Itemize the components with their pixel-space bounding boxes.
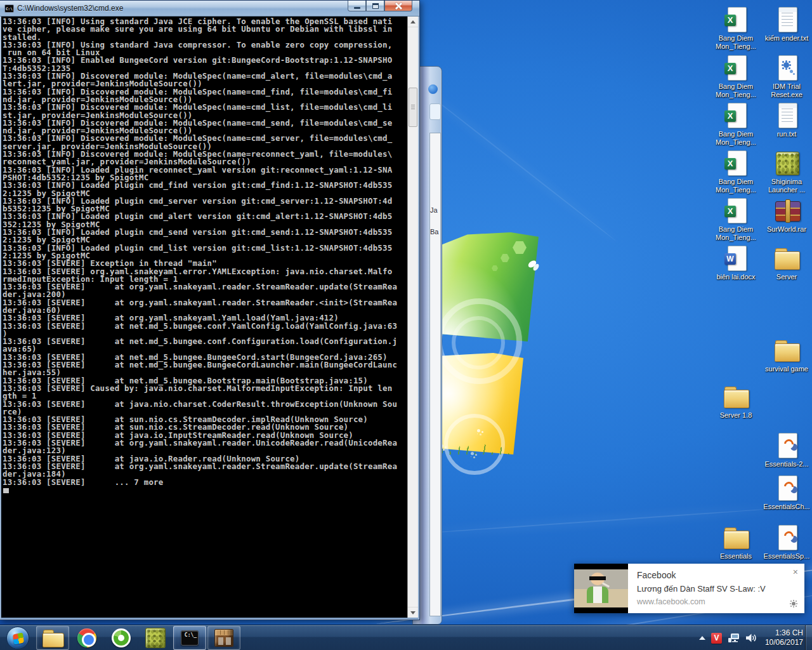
excel-file-icon xyxy=(721,55,750,81)
desktop-icon[interactable]: EssentialsSp... xyxy=(759,524,812,560)
txt-file-icon xyxy=(772,6,801,33)
console-line: ve cipher, please make sure you are usin… xyxy=(3,25,407,33)
cmd-icon: C:\ xyxy=(4,4,14,13)
desktop-icon-label: Bang Diem Mon_Tieng... xyxy=(709,225,763,242)
v-tray-icon[interactable]: V xyxy=(711,633,722,644)
console-line: 13:36:03 [SEVERE] Caused by: java.nio.ch… xyxy=(3,385,407,392)
java-file-icon xyxy=(772,475,801,501)
arrow-up-icon xyxy=(410,20,416,23)
desktop-icon-label: survival game xyxy=(765,365,808,373)
network-tray-icon[interactable] xyxy=(728,633,740,643)
notification-settings-gear-icon[interactable] xyxy=(789,599,798,608)
scrollbar-up-button[interactable] xyxy=(408,17,418,27)
explorer-icon xyxy=(42,629,63,647)
console-output[interactable]: 13:36:03 [INFO] Using standard Java JCE … xyxy=(1,17,407,618)
show-hidden-icons-button[interactable] xyxy=(699,636,705,640)
txt-file-icon xyxy=(772,102,801,129)
notification-close-icon[interactable]: × xyxy=(793,567,798,576)
maximize-icon xyxy=(372,3,379,9)
cmd-window[interactable]: C:\ C:\Windows\system32\cmd.exe 13:36:03… xyxy=(0,0,420,620)
cmd-icon: C:\_ xyxy=(181,630,199,646)
clock-date: 10/06/2017 xyxy=(765,638,803,647)
folder-file-icon xyxy=(721,524,750,551)
arrow-down-icon xyxy=(410,611,416,614)
thumbnail-figure-body xyxy=(587,587,608,603)
desktop-icon-label: EssentialsSp... xyxy=(764,552,810,560)
gear-file-icon xyxy=(772,55,801,81)
console-line: 13:36:03 [SEVERE] at net.md_5.bungee.con… xyxy=(3,322,407,330)
desktop-icon[interactable]: survival game xyxy=(759,337,812,373)
java-file-icon xyxy=(772,524,801,551)
minimize-button[interactable] xyxy=(348,1,366,11)
cmd-taskbar-button[interactable]: C:\_ xyxy=(173,626,206,650)
desktop-icon[interactable]: biên lai.docx xyxy=(708,245,764,281)
desktop-icon-label: kiếm ender.txt xyxy=(765,34,808,43)
folder-file-icon xyxy=(772,337,801,364)
desktop-icon-label: IDM Trial Reset.exe xyxy=(759,83,812,99)
desktop-icon-label: Server xyxy=(776,273,797,281)
start-icon xyxy=(6,627,29,649)
notification-url: www.facebook.com xyxy=(637,597,797,606)
minecraft-taskbar-button[interactable] xyxy=(207,626,240,650)
maximize-button[interactable] xyxy=(366,1,384,11)
desktop-icon-label: Bang Diem Mon_Tieng... xyxy=(709,130,763,147)
sponge-icon xyxy=(145,628,166,648)
desktop-icon[interactable]: SurWorld.rar xyxy=(759,197,812,234)
thumbnail-sunglasses xyxy=(589,576,606,580)
desktop-icon[interactable]: IDM Trial Reset.exe xyxy=(759,55,812,99)
console-line: 13:36:03 [SEVERE] at java.nio.charset.Co… xyxy=(3,401,407,408)
window-title: C:\Windows\system32\cmd.exe xyxy=(17,4,123,13)
java-file-icon xyxy=(772,432,801,459)
show-desktop-button[interactable] xyxy=(805,625,812,650)
taskbar-clock[interactable]: 1:36 CH 10/06/2017 xyxy=(765,628,803,647)
console-line: 13:36:03 [SEVERE] at net.md_5.bungee.con… xyxy=(3,338,407,345)
desktop-icon[interactable]: Shiginima Launcher ... xyxy=(759,150,812,194)
close-icon xyxy=(395,2,402,10)
volume-tray-icon[interactable] xyxy=(745,633,757,643)
console-scrollbar[interactable] xyxy=(407,17,418,618)
desktop-icon[interactable]: Bang Diem Mon_Tieng... xyxy=(708,150,764,194)
shiginima-taskbar-button[interactable] xyxy=(139,626,172,650)
explorer-taskbar-button[interactable] xyxy=(36,626,69,650)
scrollbar-thumb[interactable] xyxy=(409,88,417,127)
chrome-taskbar-button[interactable] xyxy=(70,626,103,650)
craft-icon xyxy=(214,629,233,647)
desktop-icon-label: Shiginima Launcher ... xyxy=(759,178,812,194)
desktop-icon-label: SurWorld.rar xyxy=(767,225,806,234)
desktop-icon[interactable]: kiếm ender.txt xyxy=(759,6,812,43)
desktop-icon-label: Bang Diem Mon_Tieng... xyxy=(709,34,763,51)
desktop-icon[interactable]: Bang Diem Mon_Tieng... xyxy=(708,6,764,51)
desktop-icon-label: biên lai.docx xyxy=(716,273,755,281)
close-button[interactable] xyxy=(384,1,412,11)
notification-thumbnail xyxy=(574,564,628,613)
excel-file-icon xyxy=(721,150,750,176)
desktop-icon[interactable]: Bang Diem Mon_Tieng... xyxy=(708,55,764,99)
console-line: 13:36:03 [SEVERE] ... 7 more xyxy=(3,479,407,486)
desktop-icon[interactable]: run.txt xyxy=(759,102,812,138)
desktop-icon-label: Bang Diem Mon_Tieng... xyxy=(709,178,763,194)
minimize-icon xyxy=(354,7,360,9)
desktop-icon-label: EssentialsCh... xyxy=(763,503,809,511)
taskbar: C:\_ V 1:36 CH 10/06/2017 xyxy=(0,625,812,650)
desktop-icon[interactable]: Server xyxy=(759,245,812,281)
desktop-icon-label: Server 1.8 xyxy=(720,411,752,420)
scrollbar-down-button[interactable] xyxy=(408,607,418,618)
desktop-icon[interactable]: EssentialsCh... xyxy=(759,475,812,511)
desktop-icon[interactable]: Essentials xyxy=(708,524,764,560)
excel-file-icon xyxy=(721,6,750,33)
notification-app-name: Facebook xyxy=(637,570,797,580)
folder-file-icon xyxy=(721,383,750,410)
desktop-icon[interactable]: Bang Diem Mon_Tieng... xyxy=(708,197,764,242)
desktop-icon[interactable]: Essentials-2... xyxy=(759,432,812,468)
system-tray: V 1:36 CH 10/06/2017 xyxy=(699,625,803,650)
desktop-icon[interactable]: Server 1.8 xyxy=(708,383,764,420)
chrome-icon xyxy=(77,628,96,647)
facebook-notification[interactable]: Facebook Lương đến Dàn Staff SV S-Law: :… xyxy=(574,564,804,613)
start-button[interactable] xyxy=(1,626,35,650)
desktop-icon-label: Bang Diem Mon_Tieng... xyxy=(709,83,763,99)
console-line: 13:36:03 [SEVERE] at net.md_5.bungee.Bun… xyxy=(3,361,407,369)
rar-file-icon xyxy=(772,197,801,224)
word-file-icon xyxy=(721,245,750,272)
coccoc-taskbar-button[interactable] xyxy=(105,626,138,650)
desktop-icon[interactable]: Bang Diem Mon_Tieng... xyxy=(708,102,764,147)
